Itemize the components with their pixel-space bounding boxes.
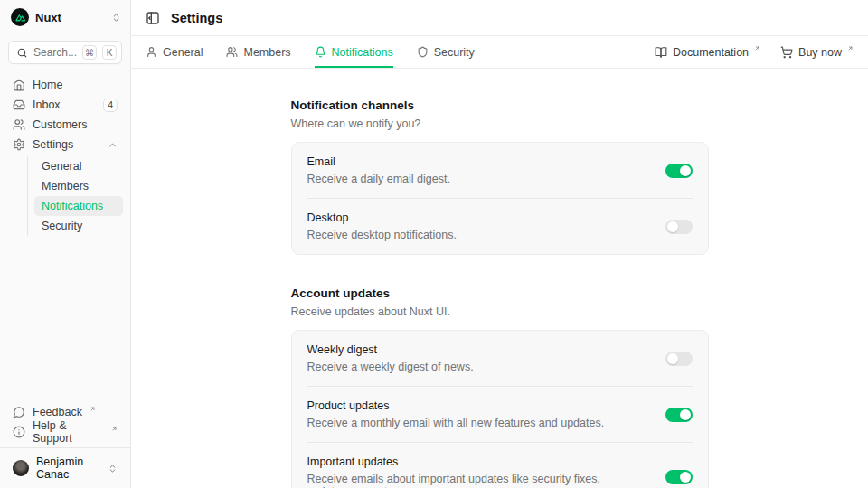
important-updates-toggle[interactable]	[665, 470, 693, 484]
sidebar-subitem-label: Members	[42, 180, 89, 192]
search-icon	[16, 47, 28, 59]
tab-label: Notifications	[332, 46, 393, 59]
setting-row-weekly-digest: Weekly digest Receive a weekly digest of…	[307, 331, 693, 386]
kbd-k: K	[102, 45, 117, 60]
tab-label: Security	[434, 46, 475, 59]
settings-card: Email Receive a daily email digest. Desk…	[291, 142, 709, 255]
setting-description: Receive desktop notifications.	[307, 229, 457, 241]
external-link-icon	[754, 45, 760, 52]
sidebar-item-general[interactable]: General	[34, 156, 123, 176]
sidebar-footer-nav: Feedback Help & Support	[0, 402, 130, 447]
bell-icon	[315, 46, 326, 58]
tab-notifications[interactable]: Notifications	[315, 36, 393, 68]
action-label: Documentation	[673, 46, 749, 59]
help-support-link[interactable]: Help & Support	[7, 422, 123, 442]
sidebar-item-label: Home	[33, 79, 118, 91]
settings-container: Notification channels Where can we notif…	[291, 99, 709, 488]
main-panel: Settings General Members	[131, 0, 868, 488]
action-label: Buy now	[798, 46, 842, 59]
nuxt-logo-icon	[11, 8, 29, 26]
tabbar-actions: Documentation Buy now	[655, 36, 854, 68]
setting-label: Desktop	[307, 211, 457, 224]
sidebar-item-security[interactable]: Security	[34, 216, 123, 236]
titlebar: Settings	[131, 0, 868, 36]
buy-now-button[interactable]: Buy now	[780, 46, 854, 59]
email-toggle[interactable]	[665, 164, 693, 178]
sidebar-subitem-label: General	[42, 160, 81, 173]
sidebar-subitem-label: Security	[42, 220, 82, 232]
user-name: Benjamin Canac	[36, 455, 100, 481]
sidebar-user-section: Benjamin Canac	[0, 447, 130, 488]
setting-description: Receive a daily email digest.	[307, 173, 450, 185]
tab-label: General	[163, 46, 203, 59]
chevrons-up-down-icon	[108, 464, 118, 474]
sidebar-item-inbox[interactable]: Inbox 4	[7, 95, 123, 115]
users-icon	[13, 118, 25, 131]
external-link-icon	[847, 45, 854, 52]
setting-description: Receive a monthly email with all new fea…	[307, 417, 605, 429]
shield-icon	[417, 46, 429, 58]
user-icon	[146, 46, 157, 58]
documentation-button[interactable]: Documentation	[655, 46, 760, 59]
setting-description: Receive a weekly digest of news.	[307, 361, 474, 373]
avatar	[13, 460, 29, 476]
weekly-digest-toggle[interactable]	[665, 352, 693, 366]
setting-row-email: Email Receive a daily email digest.	[307, 143, 693, 198]
sidebar-item-settings[interactable]: Settings	[7, 135, 123, 155]
tabs: General Members Notifications	[146, 36, 475, 68]
sidebar-item-home[interactable]: Home	[7, 75, 123, 95]
section-account-updates: Account updates Receive updates about Nu…	[291, 286, 709, 488]
setting-row-desktop: Desktop Receive desktop notifications.	[307, 198, 693, 254]
chevrons-up-down-icon	[111, 13, 121, 23]
content-area: Notification channels Where can we notif…	[131, 69, 868, 488]
section-title: Account updates	[291, 286, 709, 300]
page-title: Settings	[171, 11, 222, 25]
setting-row-important-updates: Important updates Receive emails about i…	[307, 442, 693, 488]
sidebar-item-members[interactable]: Members	[34, 176, 123, 196]
sidebar-subitem-label: Notifications	[42, 200, 103, 212]
settings-card: Weekly digest Receive a weekly digest of…	[291, 330, 709, 488]
setting-label: Email	[307, 155, 450, 168]
app-window: Nuxt Search... ⌘ K Home	[0, 0, 868, 488]
footer-link-label: Feedback	[33, 406, 82, 418]
workspace-switcher[interactable]: Nuxt	[0, 0, 130, 32]
sidebar-item-customers[interactable]: Customers	[7, 115, 123, 135]
external-link-icon	[111, 426, 118, 432]
search-placeholder: Search...	[33, 46, 77, 59]
sidebar-item-label: Settings	[33, 138, 100, 151]
home-icon	[13, 79, 25, 91]
info-circle-icon	[13, 426, 25, 438]
section-description: Receive updates about Nuxt UI.	[291, 305, 709, 318]
setting-label: Important updates	[307, 455, 651, 468]
sidebar-item-label: Customers	[33, 118, 118, 131]
setting-row-product-updates: Product updates Receive a monthly email …	[307, 386, 693, 442]
tab-security[interactable]: Security	[417, 36, 475, 68]
section-notification-channels: Notification channels Where can we notif…	[291, 99, 709, 255]
tab-general[interactable]: General	[146, 36, 203, 68]
desktop-toggle[interactable]	[665, 220, 693, 234]
chevron-up-icon	[108, 140, 118, 150]
setting-label: Product updates	[307, 399, 605, 412]
sidebar-item-label: Inbox	[33, 99, 96, 111]
sidebar-spacer	[0, 236, 130, 402]
book-open-icon	[655, 46, 667, 59]
inbox-count-badge: 4	[103, 99, 118, 112]
shopping-cart-icon	[780, 46, 793, 59]
tabbar: General Members Notifications	[131, 36, 868, 69]
tab-members[interactable]: Members	[226, 36, 290, 68]
kbd-cmd: ⌘	[82, 45, 97, 60]
user-menu[interactable]: Benjamin Canac	[7, 454, 123, 483]
gear-icon	[13, 138, 25, 151]
chat-bubble-icon	[13, 406, 25, 418]
inbox-icon	[13, 99, 25, 111]
collapse-sidebar-icon[interactable]	[146, 11, 160, 25]
setting-label: Weekly digest	[307, 343, 474, 356]
product-updates-toggle[interactable]	[665, 408, 693, 422]
external-link-icon	[90, 406, 96, 412]
section-title: Notification channels	[291, 99, 709, 112]
section-description: Where can we notify you?	[291, 117, 709, 130]
footer-link-label: Help & Support	[33, 419, 104, 445]
sidebar-item-notifications[interactable]: Notifications	[34, 196, 123, 216]
sidebar-nav: Home Inbox 4 Customers Settings	[0, 70, 130, 236]
search-input[interactable]: Search... ⌘ K	[8, 41, 122, 64]
